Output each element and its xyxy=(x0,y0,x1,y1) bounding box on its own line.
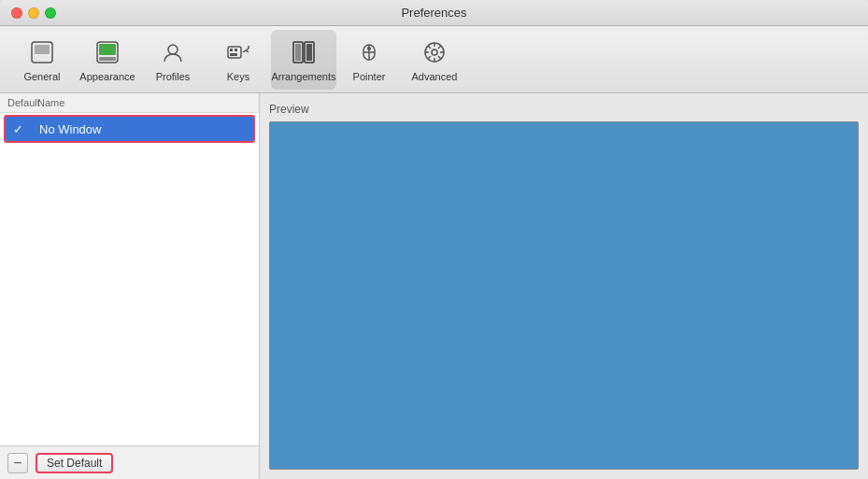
window-title: Preferences xyxy=(401,6,466,20)
advanced-label: Advanced xyxy=(412,71,458,82)
pointer-icon xyxy=(354,37,384,67)
column-header-default: Default xyxy=(7,97,37,108)
set-default-button[interactable]: Set Default xyxy=(36,453,113,473)
svg-rect-16 xyxy=(306,44,312,61)
right-panel: Preview xyxy=(260,93,868,479)
profiles-label: Profiles xyxy=(156,71,191,82)
appearance-icon xyxy=(92,37,122,67)
appearance-label: Appearance xyxy=(79,71,135,82)
toolbar-item-keys[interactable]: Keys xyxy=(206,30,271,90)
profiles-icon xyxy=(158,37,188,67)
svg-point-22 xyxy=(432,49,437,55)
toolbar-item-pointer[interactable]: Pointer xyxy=(336,30,402,90)
toolbar-item-arrangements[interactable]: Arrangements xyxy=(271,30,336,90)
set-default-label: Set Default xyxy=(47,457,102,470)
svg-rect-3 xyxy=(99,44,116,55)
column-header-name: Name xyxy=(37,97,251,108)
minimize-button[interactable] xyxy=(28,7,39,19)
svg-line-28 xyxy=(438,56,441,59)
preview-area xyxy=(269,121,859,470)
left-panel: Default Name ✓ No Window − Set Defaul xyxy=(0,93,260,479)
list-item-selected-wrapper: ✓ No Window xyxy=(4,115,255,143)
svg-rect-1 xyxy=(35,45,50,54)
titlebar: Preferences xyxy=(0,0,868,26)
close-button[interactable] xyxy=(11,7,22,19)
column-headers: Default Name xyxy=(0,93,259,113)
list-item[interactable]: ✓ No Window xyxy=(6,117,253,141)
svg-rect-9 xyxy=(230,53,237,56)
preferences-window: Preferences General Appearance xyxy=(0,0,868,479)
minus-button[interactable]: − xyxy=(7,453,28,473)
svg-rect-4 xyxy=(99,57,116,61)
maximize-button[interactable] xyxy=(45,7,56,19)
svg-line-30 xyxy=(428,56,431,59)
svg-rect-8 xyxy=(235,49,237,51)
svg-rect-6 xyxy=(228,47,241,58)
list-item-check: ✓ xyxy=(13,122,39,136)
pointer-label: Pointer xyxy=(353,71,386,82)
bottom-bar: − Set Default xyxy=(0,445,259,479)
general-icon xyxy=(27,37,57,67)
general-label: General xyxy=(23,71,60,82)
arrangements-icon xyxy=(289,37,319,67)
traffic-lights xyxy=(11,7,56,19)
minus-icon: − xyxy=(13,456,21,471)
toolbar: General Appearance Profiles xyxy=(0,26,868,93)
svg-point-20 xyxy=(367,47,371,50)
toolbar-item-profiles[interactable]: Profiles xyxy=(140,30,206,90)
svg-rect-7 xyxy=(230,49,233,51)
preview-label: Preview xyxy=(269,103,859,116)
toolbar-item-general[interactable]: General xyxy=(9,30,75,90)
main-content: Default Name ✓ No Window − Set Defaul xyxy=(0,93,868,479)
list-item-name: No Window xyxy=(39,122,246,136)
svg-line-29 xyxy=(438,46,441,49)
keys-label: Keys xyxy=(227,71,249,82)
keys-icon xyxy=(223,37,253,67)
svg-point-5 xyxy=(168,45,178,54)
svg-line-27 xyxy=(428,46,431,49)
svg-rect-14 xyxy=(295,44,301,61)
toolbar-item-appearance[interactable]: Appearance xyxy=(75,30,140,90)
list-area[interactable]: ✓ No Window xyxy=(0,113,259,445)
arrangements-label: Arrangements xyxy=(271,71,335,82)
toolbar-item-advanced[interactable]: Advanced xyxy=(402,30,467,90)
svg-line-12 xyxy=(246,50,249,52)
advanced-icon xyxy=(420,37,449,67)
